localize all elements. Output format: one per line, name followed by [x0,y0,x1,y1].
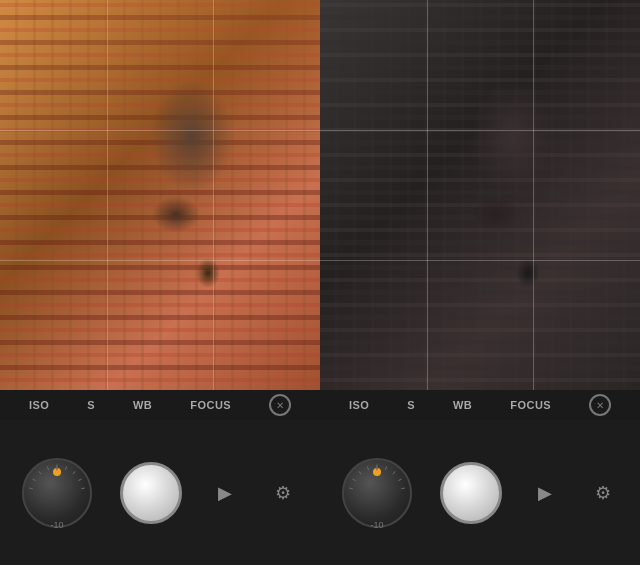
right-settings-button[interactable]: ⚙ [588,478,618,508]
right-flash-button[interactable]: ✕ [589,394,611,416]
left-photo [0,0,320,390]
svg-line-10 [385,466,386,470]
left-settings-button[interactable]: ⚙ [268,478,298,508]
svg-line-6 [33,478,36,480]
right-dial-marks [344,460,410,526]
svg-line-16 [401,488,405,489]
left-bottom-controls: -10 ▶ ⚙ [0,420,320,565]
right-focus-label[interactable]: FOCUS [510,399,551,411]
left-flash-button[interactable]: ✕ [269,394,291,416]
right-wb-label[interactable]: WB [453,399,472,411]
left-dial-text: -10 [50,520,63,530]
right-play-button[interactable]: ▶ [530,478,560,508]
right-shutter-button[interactable] [440,462,502,524]
right-camera-panel: ISO S WB FOCUS ✕ [320,0,640,565]
svg-line-3 [47,466,48,470]
right-dial-circle [342,458,412,528]
svg-line-11 [393,471,395,474]
right-dial[interactable]: -10 [342,458,412,528]
left-dial[interactable]: -10 [22,458,92,528]
right-dial-text: -10 [370,520,383,530]
svg-line-12 [367,466,368,470]
svg-line-15 [353,478,356,480]
svg-line-1 [65,466,66,470]
right-viewfinder[interactable] [320,0,640,390]
right-iso-label[interactable]: ISO [349,399,369,411]
left-play-button[interactable]: ▶ [210,478,240,508]
left-viewfinder[interactable] [0,0,320,390]
left-dial-circle [22,458,92,528]
left-controls-bar: ISO S WB FOCUS ✕ [0,390,320,420]
right-s-label[interactable]: S [407,399,415,411]
svg-line-8 [29,488,33,489]
svg-line-4 [39,471,41,474]
left-wb-label[interactable]: WB [133,399,152,411]
svg-line-13 [359,471,361,474]
left-dial-marks [24,460,90,526]
left-s-label[interactable]: S [87,399,95,411]
svg-line-7 [81,488,85,489]
left-focus-label[interactable]: FOCUS [190,399,231,411]
right-bottom-controls: -10 ▶ ⚙ [320,420,640,565]
svg-line-2 [73,471,75,474]
left-iso-label[interactable]: ISO [29,399,49,411]
svg-line-14 [398,478,401,480]
left-camera-panel: ISO S WB FOCUS ✕ [0,0,320,565]
svg-line-17 [349,488,353,489]
right-photo [320,0,640,390]
right-controls-bar: ISO S WB FOCUS ✕ [320,390,640,420]
left-shutter-button[interactable] [120,462,182,524]
svg-line-5 [78,478,81,480]
